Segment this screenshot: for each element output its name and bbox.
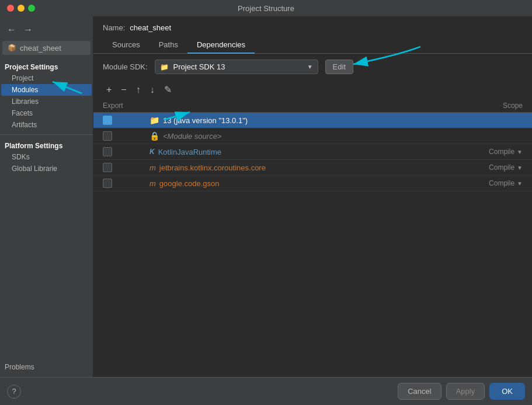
sidebar-divider xyxy=(0,134,93,135)
sdk-label: Module SDK: xyxy=(103,62,148,71)
tab-paths[interactable]: Paths xyxy=(149,37,187,54)
title-bar: Project Structure xyxy=(0,0,532,16)
name-value: cheat_sheet xyxy=(130,23,171,32)
name-column-header xyxy=(149,102,464,110)
tab-sources[interactable]: Sources xyxy=(103,37,149,54)
project-settings-section: Project Settings xyxy=(0,60,93,72)
sdk-row: Module SDK: 📁 Project SDK 13 ▼ Edit xyxy=(93,54,532,80)
sidebar-item-libraries[interactable]: Libraries xyxy=(0,96,93,107)
sidebar-item-modules[interactable]: Modules xyxy=(1,84,92,96)
sidebar-item-artifacts[interactable]: Artifacts xyxy=(0,119,93,131)
cancel-button[interactable]: Cancel xyxy=(398,383,441,400)
table-row[interactable]: 📁 13 (java version "13.0.1") xyxy=(93,113,532,128)
minimize-button[interactable] xyxy=(18,5,25,12)
back-button[interactable]: ← xyxy=(5,23,19,36)
name-label: Name: xyxy=(103,23,125,32)
kotlin-runtime-scope[interactable]: Compile ▼ xyxy=(464,148,523,156)
coroutines-scope[interactable]: Compile ▼ xyxy=(464,163,523,172)
sdk-dropdown-icon: 📁 xyxy=(160,63,169,71)
add-dependency-button[interactable]: + xyxy=(103,83,115,97)
dependencies-table: Export Scope 📁 13 (java version "13.0.1"… xyxy=(93,99,532,377)
gson-icon: m xyxy=(149,179,156,188)
traffic-lights xyxy=(7,5,35,12)
content-area: Name: cheat_sheet Sources Paths Dependen… xyxy=(93,16,532,377)
export-checkbox-module-source[interactable] xyxy=(103,131,112,141)
edit-dependency-button[interactable]: ✎ xyxy=(161,82,175,97)
maximize-button[interactable] xyxy=(28,5,35,12)
main-layout: ← → 📦 cheat_sheet Project Settings Proje… xyxy=(0,16,532,377)
sdk-dropdown[interactable]: 📁 Project SDK 13 ▼ xyxy=(155,60,318,74)
sidebar-item-global-libraries[interactable]: Global Librarie xyxy=(0,163,93,174)
sidebar-item-facets[interactable]: Facets xyxy=(0,107,93,119)
window-title: Project Structure xyxy=(238,4,294,13)
remove-dependency-button[interactable]: − xyxy=(117,83,130,97)
gson-name: google.code.gson xyxy=(159,179,464,188)
bottom-bar: ? Cancel Apply OK xyxy=(0,377,532,405)
table-row[interactable]: m jetbrains.kotlinx.coroutines.core Comp… xyxy=(93,160,532,176)
gson-scope[interactable]: Compile ▼ xyxy=(464,179,523,187)
coroutines-icon: m xyxy=(149,163,156,172)
export-checkbox-jdk[interactable] xyxy=(103,116,112,125)
table-row[interactable]: K KotlinJavaRuntime Compile ▼ xyxy=(93,144,532,160)
coroutines-name: jetbrains.kotlinx.coroutines.core xyxy=(159,163,464,172)
help-button[interactable]: ? xyxy=(7,385,21,399)
tab-dependencies[interactable]: Dependencies xyxy=(187,37,255,54)
edit-sdk-button[interactable]: Edit xyxy=(325,60,353,74)
export-checkbox-coroutines[interactable] xyxy=(103,163,112,172)
move-down-button[interactable]: ↓ xyxy=(147,83,158,97)
export-column-header: Export xyxy=(103,102,149,110)
sdk-dropdown-arrow-icon: ▼ xyxy=(307,64,313,70)
export-checkbox-kotlin[interactable] xyxy=(103,147,112,156)
platform-settings-section: Platform Settings xyxy=(0,138,93,151)
coroutines-scope-arrow-icon[interactable]: ▼ xyxy=(517,165,523,171)
module-source-name: <Module source> xyxy=(163,132,464,141)
sidebar: ← → 📦 cheat_sheet Project Settings Proje… xyxy=(0,16,93,377)
table-header: Export Scope xyxy=(93,99,532,113)
ok-button[interactable]: OK xyxy=(489,383,525,400)
move-up-button[interactable]: ↑ xyxy=(133,83,144,97)
module-name: cheat_sheet xyxy=(20,44,61,53)
export-checkbox-gson[interactable] xyxy=(103,179,112,188)
module-source-icon: 🔒 xyxy=(149,131,159,141)
tabs-row: Sources Paths Dependencies xyxy=(93,37,532,54)
jdk-name: 13 (java version "13.0.1") xyxy=(163,116,464,125)
sidebar-item-sdks[interactable]: SDKs xyxy=(0,151,93,163)
table-row[interactable]: 🔒 <Module source> xyxy=(93,128,532,144)
toolbar-row: + − ↑ ↓ ✎ xyxy=(93,80,532,99)
module-icon: 📦 xyxy=(7,43,16,53)
kotlin-icon: K xyxy=(149,148,155,156)
sdk-dropdown-value: Project SDK 13 xyxy=(173,62,302,71)
action-buttons: Cancel Apply OK xyxy=(398,383,525,400)
kotlin-runtime-name: KotlinJavaRuntime xyxy=(158,148,464,156)
jdk-icon: 📁 xyxy=(149,116,159,125)
kotlin-scope-arrow-icon[interactable]: ▼ xyxy=(517,149,523,155)
name-row: Name: cheat_sheet xyxy=(93,16,532,37)
table-row[interactable]: m google.code.gson Compile ▼ xyxy=(93,176,532,191)
sidebar-item-problems[interactable]: Problems xyxy=(0,359,93,372)
forward-button[interactable]: → xyxy=(21,23,35,36)
sidebar-nav: ← → xyxy=(0,21,93,41)
close-button[interactable] xyxy=(7,5,14,12)
gson-scope-arrow-icon[interactable]: ▼ xyxy=(517,180,523,187)
apply-button[interactable]: Apply xyxy=(446,383,485,400)
scope-column-header: Scope xyxy=(464,102,523,110)
module-header[interactable]: 📦 cheat_sheet xyxy=(2,41,91,55)
sidebar-item-project[interactable]: Project xyxy=(0,72,93,84)
